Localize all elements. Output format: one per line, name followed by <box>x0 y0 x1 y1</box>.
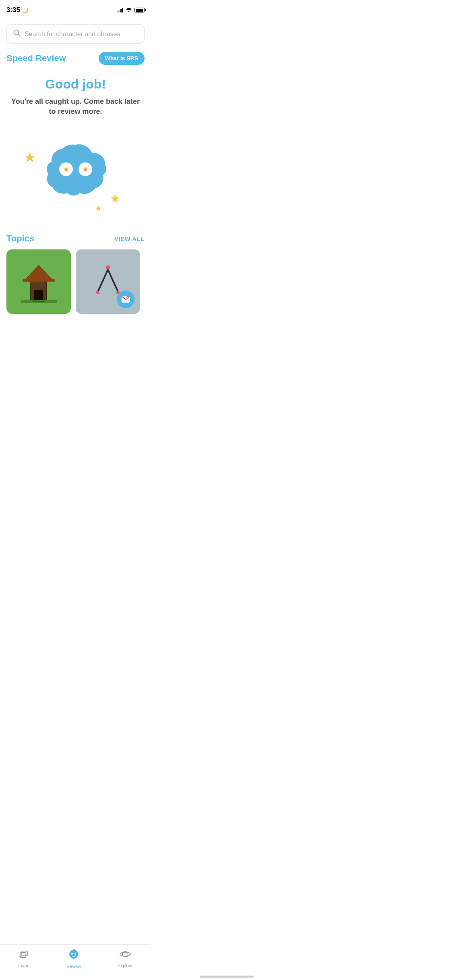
svg-line-11 <box>108 270 118 292</box>
svg-point-13 <box>96 291 99 294</box>
svg-marker-4 <box>25 266 53 280</box>
speed-review-header: Speed Review What is SRS <box>0 52 151 73</box>
signal-icon <box>117 8 124 12</box>
view-all-button[interactable]: VIEW ALL <box>114 235 145 242</box>
svg-line-1 <box>18 34 20 36</box>
battery-icon <box>134 8 145 12</box>
good-job-title: Good job! <box>8 77 143 92</box>
topic-card-1[interactable] <box>6 249 71 314</box>
cloud-eyes: ★ ★ <box>59 163 92 176</box>
topics-header: Topics VIEW ALL <box>6 233 145 244</box>
status-bar: 3:35 🌙 <box>0 0 151 18</box>
star-icon-3: ★ <box>95 204 102 213</box>
mascot-container: ★ ★ ★ ★ ★ <box>19 133 132 221</box>
topics-section: Topics VIEW ALL <box>0 233 151 314</box>
search-bar[interactable]: Search for character and phrases <box>6 24 145 44</box>
eye-left: ★ <box>59 163 73 176</box>
moon-icon: 🌙 <box>22 7 29 13</box>
topic-cards-row: ♥ <box>6 249 145 314</box>
svg-point-12 <box>106 266 110 270</box>
topic-card-1-illustration <box>13 256 64 307</box>
search-icon <box>13 29 21 39</box>
speed-review-title: Speed Review <box>6 53 66 64</box>
topics-title: Topics <box>6 233 34 244</box>
svg-rect-8 <box>21 300 57 303</box>
cloud-mascot: ★ ★ <box>43 141 108 197</box>
topic-card-2[interactable]: ♥ <box>76 249 140 314</box>
status-time: 3:35 🌙 <box>6 6 29 14</box>
search-container: Search for character and phrases <box>0 18 151 52</box>
good-job-section: Good job! You're all caught up. Come bac… <box>0 73 151 125</box>
star-icon-2: ★ <box>110 192 120 205</box>
what-is-srs-button[interactable]: What is SRS <box>99 52 145 65</box>
wifi-icon <box>126 7 132 13</box>
search-placeholder: Search for character and phrases <box>25 31 138 38</box>
svg-line-10 <box>98 270 108 292</box>
eye-right: ★ <box>79 163 92 176</box>
good-job-subtitle: You're all caught up. Come back later to… <box>8 97 143 117</box>
status-icons <box>117 7 145 13</box>
star-icon-1: ★ <box>23 149 36 166</box>
svg-rect-6 <box>23 279 55 282</box>
